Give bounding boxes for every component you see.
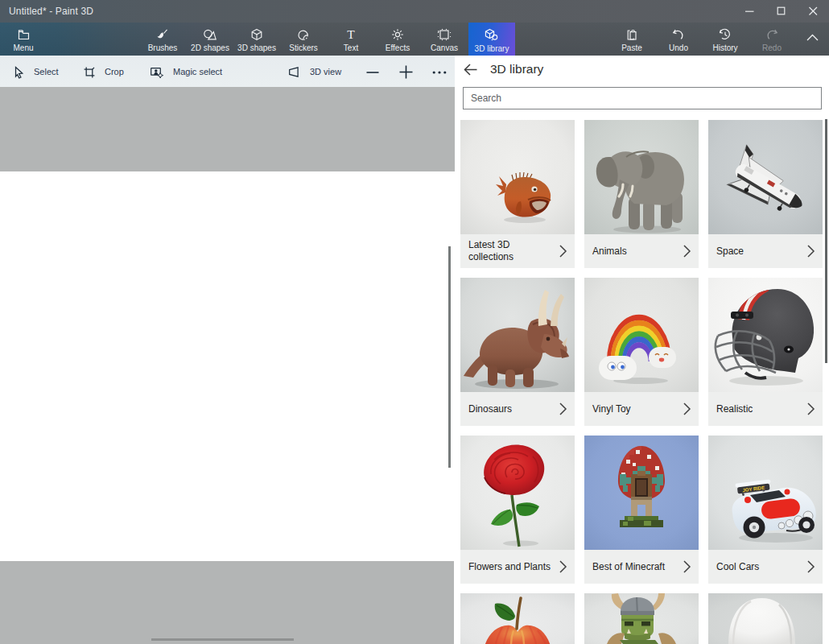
svg-text:T: T (347, 28, 355, 41)
